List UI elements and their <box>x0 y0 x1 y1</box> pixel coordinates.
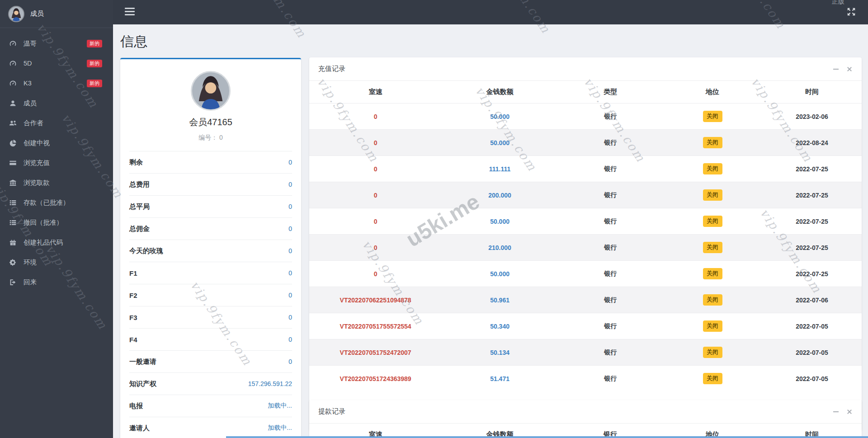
sidebar-item[interactable]: 创建中视 <box>0 133 113 153</box>
gift-icon <box>8 238 17 247</box>
type: 银行 <box>558 104 663 130</box>
sidebar-item-label: 温哥 <box>24 39 37 48</box>
bank-icon <box>8 178 17 187</box>
minimize-icon[interactable] <box>833 66 839 72</box>
amount: 210.000 <box>442 235 558 261</box>
stat-value: 0 <box>288 269 292 277</box>
sidebar-item[interactable]: 浏览取款 <box>0 173 113 193</box>
column-header: 时间 <box>762 81 862 104</box>
gear-icon <box>8 258 17 267</box>
sidebar-item-label: 5D <box>24 60 32 67</box>
sidebar-item[interactable]: 撤回（批准） <box>0 212 113 232</box>
date: 2022-08-24 <box>762 130 862 156</box>
profile-stat-row: 一般邀请 0 <box>129 351 292 373</box>
date: 2022-07-06 <box>762 287 862 313</box>
member-id: 编号： 0 <box>129 134 292 151</box>
type: 银行 <box>558 235 663 261</box>
order-ref: VT202207051755572554 <box>309 313 442 339</box>
users-icon <box>8 118 17 127</box>
type: 银行 <box>558 339 663 366</box>
sidebar-item[interactable]: 成员 <box>0 93 113 113</box>
recharge-row: VT202207062251094878 50.961 银行 关闭 2022-0… <box>309 287 862 313</box>
amount: 111.111 <box>442 156 558 182</box>
close-icon[interactable] <box>846 66 853 72</box>
sidebar-item[interactable]: K3 新的 <box>0 73 113 93</box>
stat-value: 0 <box>288 358 292 365</box>
order-ref: 0 <box>309 130 442 156</box>
stat-value: 0 <box>288 203 292 210</box>
sidebar-item-label: 浏览取款 <box>24 179 50 187</box>
amount: 50.000 <box>442 261 558 287</box>
license-text: 正版 <box>832 0 844 6</box>
status-badge: 关闭 <box>703 216 722 227</box>
profile-stat-row: F3 0 <box>129 306 292 329</box>
recharge-row: 0 50.000 银行 关闭 2023-02-06 <box>309 104 862 130</box>
close-icon[interactable] <box>846 409 853 415</box>
topbar: 正版 <box>113 0 868 24</box>
recharge-row: 0 50.000 银行 关闭 2022-07-25 <box>309 208 862 235</box>
sidebar-item[interactable]: 浏览充值 <box>0 153 113 173</box>
amount: 50.000 <box>442 208 558 235</box>
stat-value: 0 <box>288 159 292 166</box>
order-ref: VT202207051724363989 <box>309 366 442 392</box>
status-badge: 关闭 <box>703 347 722 358</box>
sidebar-item[interactable]: 5D 新的 <box>0 53 113 73</box>
signout-icon <box>8 278 17 287</box>
profile-stat-row: F2 0 <box>129 284 292 306</box>
order-ref: VT202207051752472007 <box>309 339 442 366</box>
date: 2022-07-05 <box>762 339 862 366</box>
avatar <box>8 6 24 22</box>
amount: 50.134 <box>442 339 558 366</box>
date: 2022-07-25 <box>762 208 862 235</box>
order-ref: 0 <box>309 261 442 287</box>
sidebar-item[interactable]: 环境 <box>0 252 113 272</box>
type: 银行 <box>558 313 663 339</box>
stat-value: 0 <box>288 292 292 299</box>
sidebar-item-label: 成员 <box>24 99 37 108</box>
sidebar-item[interactable]: 存款（已批准） <box>0 193 113 212</box>
status-badge: 关闭 <box>703 111 722 122</box>
stat-label: F4 <box>129 336 137 344</box>
amount: 50.961 <box>442 287 558 313</box>
minimize-icon[interactable] <box>833 409 839 415</box>
sidebar-item[interactable]: 回来 <box>0 272 113 292</box>
recharge-row: 0 200.000 银行 关闭 2022-07-25 <box>309 182 862 208</box>
stat-label: F2 <box>129 292 137 299</box>
sidebar-item[interactable]: 合作者 <box>0 113 113 133</box>
stat-label: 总费用 <box>129 180 150 189</box>
stat-value: 加载中... <box>268 424 292 432</box>
bottom-scrollbar[interactable] <box>226 436 868 438</box>
sidebar-item[interactable]: 温哥 新的 <box>0 33 113 53</box>
member-name: 会员47165 <box>120 116 301 128</box>
withdraw-card-title: 提款记录 <box>318 407 345 416</box>
sidebar-item-label: K3 <box>24 80 32 87</box>
stat-label: 知识产权 <box>129 380 156 388</box>
type: 银行 <box>558 261 663 287</box>
sidebar-item-label: 创建礼品代码 <box>24 238 63 247</box>
profile-stat-row: 总费用 0 <box>129 174 292 196</box>
date: 2022-07-05 <box>762 366 862 392</box>
profile-stats-list: 剩余 0 总费用 0 总平局 0 总佣金 0 <box>120 151 301 438</box>
sidebar-item[interactable]: 创建礼品代码 <box>0 232 113 252</box>
fullscreen-icon[interactable] <box>846 7 856 17</box>
status-badge: 关闭 <box>703 189 722 201</box>
new-badge: 新的 <box>87 80 102 87</box>
recharge-row: 0 210.000 银行 关闭 2022-07-25 <box>309 235 862 261</box>
tachometer-icon <box>8 59 17 68</box>
profile-stat-row: 剩余 0 <box>129 151 292 174</box>
recharge-row: VT202207051724363989 51.471 银行 关闭 2022-0… <box>309 366 862 392</box>
stat-value: 0 <box>288 181 292 188</box>
type: 银行 <box>558 208 663 235</box>
column-header: 类型 <box>558 81 663 104</box>
stat-value: 157.296.591.22 <box>248 380 292 387</box>
order-ref: 0 <box>309 235 442 261</box>
stat-value: 0 <box>288 314 292 321</box>
hamburger-menu-icon[interactable] <box>125 8 135 17</box>
status-badge: 关闭 <box>703 294 722 306</box>
date: 2023-02-06 <box>762 104 862 130</box>
stat-label: F1 <box>129 269 137 277</box>
sidebar: 成员 温哥 新的 5D 新的 K3 新的 成员 <box>0 0 113 438</box>
date: 2022-07-25 <box>762 261 862 287</box>
recharge-row: VT202207051755572554 50.340 银行 关闭 2022-0… <box>309 313 862 339</box>
order-ref: VT202207062251094878 <box>309 287 442 313</box>
